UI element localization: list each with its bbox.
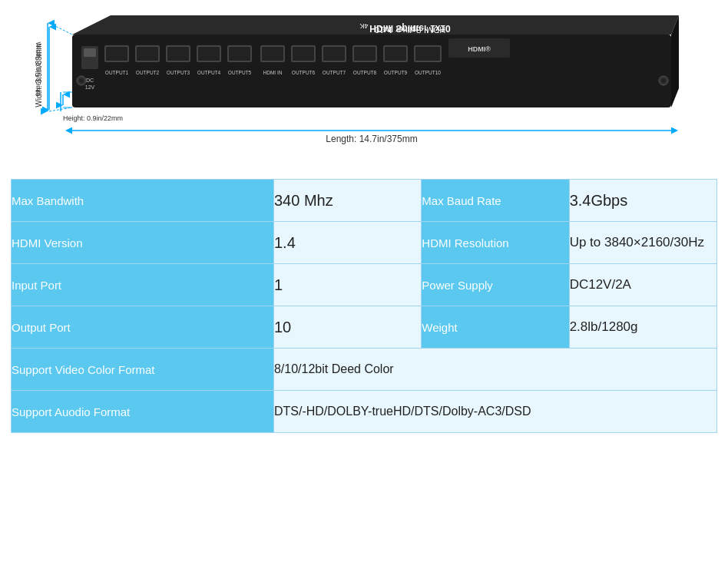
specs-table: Max Bandwith 340 Mhz Max Baud Rate 3.4Gb… bbox=[11, 179, 717, 433]
svg-text:12V: 12V bbox=[85, 84, 95, 90]
value-hdmi-resolution: Up to 3840×2160/30Hz bbox=[569, 222, 716, 264]
svg-rect-42 bbox=[385, 47, 406, 61]
svg-rect-18 bbox=[137, 47, 158, 61]
device-svg: Width: 3.5in/89mm Height: 0.9in/22mm bbox=[34, 12, 694, 165]
label-max-bandwith: Max Bandwith bbox=[12, 180, 274, 222]
svg-text:DC: DC bbox=[86, 78, 94, 83]
svg-rect-21 bbox=[167, 47, 189, 61]
value-output-port: 10 bbox=[273, 306, 421, 349]
svg-text:OUTPUT8: OUTPUT8 bbox=[353, 70, 377, 75]
svg-text:OUTPUT5: OUTPUT5 bbox=[228, 70, 252, 75]
svg-text:Width: 3.5in/89mm: Width: 3.5in/89mm bbox=[35, 42, 42, 97]
svg-text:4K: 4K bbox=[359, 22, 368, 30]
value-hdmi-version: 1.4 bbox=[273, 222, 421, 264]
svg-text:HDMI Splitter 1x10: HDMI Splitter 1x10 bbox=[375, 25, 445, 35]
table-row: Input Port 1 Power Supply DC12V/2A bbox=[12, 264, 717, 306]
label-output-port: Output Port bbox=[12, 306, 274, 349]
svg-text:OUTPUT1: OUTPUT1 bbox=[105, 70, 129, 75]
svg-text:OUTPUT7: OUTPUT7 bbox=[323, 70, 346, 75]
table-row-wide: Support Video Color Format 8/10/12bit De… bbox=[12, 349, 717, 391]
label-input-port: Input Port bbox=[12, 264, 274, 306]
svg-text:HDMI IN: HDMI IN bbox=[263, 70, 283, 75]
device-section: Width: 3.5in/89mm Height: 0.9in/22mm bbox=[15, 12, 713, 165]
svg-rect-33 bbox=[293, 47, 314, 61]
label-power-supply: Power Supply bbox=[422, 264, 569, 306]
svg-text:OUTPUT4: OUTPUT4 bbox=[197, 70, 221, 75]
label-max-baud: Max Baud Rate bbox=[422, 180, 569, 222]
svg-rect-30 bbox=[262, 47, 283, 61]
svg-text:Height: 0.9in/22mm: Height: 0.9in/22mm bbox=[63, 114, 123, 122]
label-audio-format: Support Auodio Format bbox=[12, 391, 274, 433]
svg-rect-45 bbox=[415, 47, 440, 61]
label-weight: Weight bbox=[422, 306, 569, 349]
value-video-color: 8/10/12bit Deed Color bbox=[273, 349, 716, 391]
svg-text:OUTPUT10: OUTPUT10 bbox=[415, 70, 441, 75]
svg-text:HDMI®: HDMI® bbox=[468, 45, 491, 53]
table-row: Output Port 10 Weight 2.8lb/1280g bbox=[12, 306, 717, 349]
value-max-baud: 3.4Gbps bbox=[569, 180, 716, 222]
svg-rect-15 bbox=[106, 47, 127, 61]
value-audio-format: DTS/-HD/DOLBY-trueHD/DTS/Dolby-AC3/DSD bbox=[273, 391, 716, 433]
label-hdmi-version: HDMI Version bbox=[12, 222, 274, 264]
svg-rect-11 bbox=[84, 48, 96, 57]
device-image: Width: 3.5in/89mm Height: 0.9in/22mm bbox=[34, 12, 694, 165]
svg-text:OUTPUT2: OUTPUT2 bbox=[136, 70, 160, 75]
value-power-supply: DC12V/2A bbox=[569, 264, 716, 306]
svg-text:OUTPUT9: OUTPUT9 bbox=[384, 70, 408, 75]
svg-point-50 bbox=[661, 78, 666, 83]
label-video-color: Support Video Color Format bbox=[12, 349, 274, 391]
svg-rect-24 bbox=[198, 47, 220, 61]
svg-text:Length: 14.7in/375mm: Length: 14.7in/375mm bbox=[326, 134, 417, 144]
value-weight: 2.8lb/1280g bbox=[569, 306, 716, 349]
table-row-wide: Support Auodio Format DTS/-HD/DOLBY-true… bbox=[12, 391, 717, 433]
svg-rect-27 bbox=[229, 47, 250, 61]
table-row: HDMI Version 1.4 HDMI Resolution Up to 3… bbox=[12, 222, 717, 264]
svg-rect-36 bbox=[323, 47, 345, 61]
svg-point-48 bbox=[79, 78, 84, 83]
label-hdmi-resolution: HDMI Resolution bbox=[422, 222, 569, 264]
page-wrapper: Width: 3.5in/89mm Height: 0.9in/22mm bbox=[0, 0, 728, 585]
svg-rect-39 bbox=[354, 47, 376, 61]
value-max-bandwith: 340 Mhz bbox=[273, 180, 421, 222]
svg-line-55 bbox=[49, 23, 72, 35]
svg-text:OUTPUT6: OUTPUT6 bbox=[292, 70, 316, 75]
table-row: Max Bandwith 340 Mhz Max Baud Rate 3.4Gb… bbox=[12, 180, 717, 222]
value-input-port: 1 bbox=[273, 264, 421, 306]
svg-text:OUTPUT3: OUTPUT3 bbox=[167, 70, 190, 75]
